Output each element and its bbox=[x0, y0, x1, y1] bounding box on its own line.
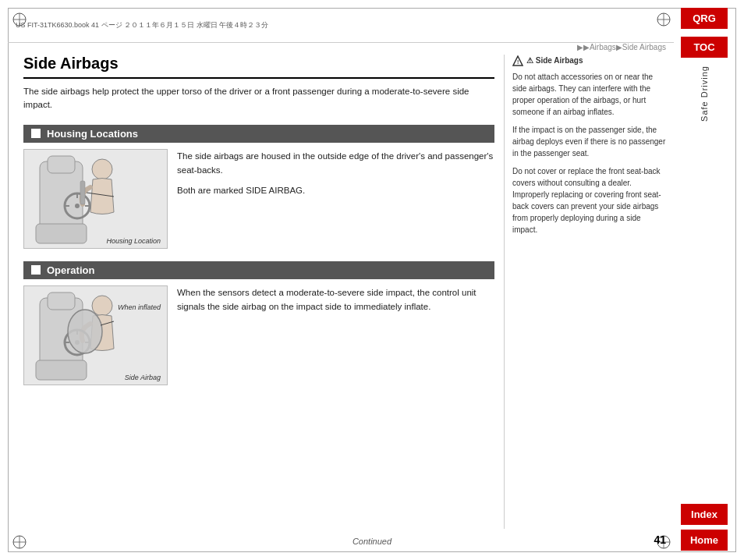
svg-point-32 bbox=[68, 310, 102, 353]
section-housing-label: Housing Locations bbox=[47, 128, 138, 140]
section-operation-content: When inflated Side Airbag When the senso… bbox=[23, 285, 494, 385]
section-housing-text: The side airbags are housed in the outsi… bbox=[177, 149, 494, 249]
when-inflated-label: When inflated bbox=[118, 303, 161, 313]
operation-svg bbox=[24, 286, 168, 385]
operation-image-caption: Side Airbag bbox=[125, 374, 161, 381]
svg-rect-13 bbox=[36, 224, 87, 243]
section-operation-header: Operation bbox=[23, 261, 494, 279]
main-area: Side Airbags The side airbags help prote… bbox=[23, 55, 668, 529]
left-content: Side Airbags The side airbags help prote… bbox=[23, 55, 504, 529]
operation-body: When the sensors detect a moderate-to-se… bbox=[177, 285, 494, 314]
housing-image-caption: Housing Location bbox=[106, 237, 161, 245]
svg-text:!: ! bbox=[517, 59, 519, 65]
tab-index[interactable]: Index bbox=[681, 504, 728, 525]
operation-image: When inflated Side Airbag bbox=[23, 285, 168, 385]
housing-body1: The side airbags are housed in the outsi… bbox=[177, 149, 494, 178]
section-housing-header: Housing Locations bbox=[23, 125, 494, 143]
housing-svg bbox=[24, 150, 168, 249]
section-housing-content: Housing Location The side airbags are ho… bbox=[23, 149, 494, 249]
warning-title: ! ⚠ Side Airbags bbox=[512, 55, 668, 66]
warning-box: ! ⚠ Side Airbags Do not attach accessori… bbox=[504, 55, 668, 529]
section-operation-text: When the sensors detect a moderate-to-se… bbox=[177, 285, 494, 385]
svg-rect-14 bbox=[48, 156, 75, 173]
svg-point-15 bbox=[92, 159, 112, 179]
svg-rect-25 bbox=[48, 292, 75, 310]
breadcrumb: ▶▶Airbags▶Side Airbags bbox=[577, 43, 666, 51]
sidebar-section-label: Safe Driving bbox=[700, 66, 709, 122]
header-meta: US FIT-31TK6630.book 41 ページ ２０１１年６月１５日 水… bbox=[16, 20, 666, 30]
header: US FIT-31TK6630.book 41 ページ ２０１１年６月１５日 水… bbox=[8, 8, 674, 43]
svg-rect-24 bbox=[36, 360, 87, 380]
page-title: Side Airbags bbox=[23, 55, 494, 79]
breadcrumb-text: ▶▶Airbags▶Side Airbags bbox=[577, 43, 666, 51]
warning-icon: ! bbox=[512, 55, 523, 66]
continued-text: Continued bbox=[0, 537, 744, 546]
section-housing-icon bbox=[31, 129, 41, 138]
svg-point-26 bbox=[92, 296, 112, 316]
housing-body2: Both are marked SIDE AIRBAG. bbox=[177, 183, 494, 197]
right-sidebar: QRG TOC Safe Driving Index Home bbox=[672, 8, 736, 552]
tab-qrg[interactable]: QRG bbox=[681, 8, 728, 29]
intro-text: The side airbags help protect the upper … bbox=[23, 85, 494, 112]
svg-rect-21 bbox=[80, 181, 85, 204]
warning-para3: Do not cover or replace the front seat-b… bbox=[512, 165, 668, 236]
warning-para2: If the impact is on the passenger side, … bbox=[512, 124, 668, 159]
warning-para1: Do not attach accessories on or near the… bbox=[512, 71, 668, 118]
warning-title-text: ⚠ Side Airbags bbox=[526, 55, 583, 66]
when-inflated-text: When inflated bbox=[118, 303, 161, 311]
tab-toc[interactable]: TOC bbox=[681, 37, 728, 58]
section-operation-label: Operation bbox=[47, 264, 94, 276]
housing-image: Housing Location bbox=[23, 149, 168, 249]
section-operation-icon bbox=[31, 265, 41, 275]
svg-point-17 bbox=[75, 204, 80, 208]
